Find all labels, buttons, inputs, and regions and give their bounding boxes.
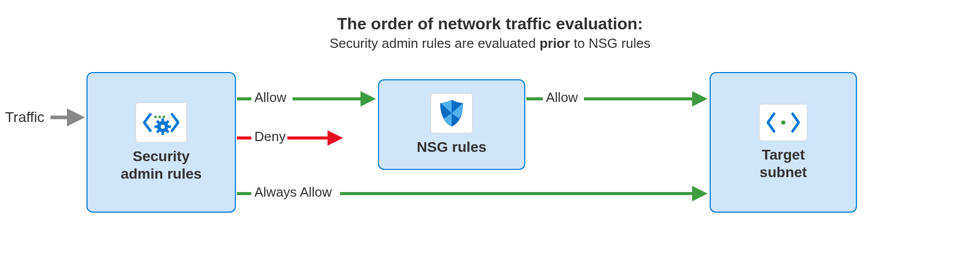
box-target-subnet: Target subnet xyxy=(710,72,857,213)
svg-point-13 xyxy=(781,120,785,125)
security-label-line1: Security xyxy=(133,148,190,164)
arrow-label-always-allow: Always Allow xyxy=(254,184,332,200)
svg-rect-7 xyxy=(154,125,158,128)
svg-rect-5 xyxy=(162,118,164,122)
title-section: The order of network traffic evaluation:… xyxy=(0,0,980,51)
svg-rect-8 xyxy=(168,125,171,128)
traffic-label: Traffic xyxy=(5,109,44,126)
svg-point-0 xyxy=(154,115,157,118)
svg-point-1 xyxy=(159,115,161,118)
arrow-label-deny: Deny xyxy=(254,129,286,145)
box-security-label: Security admin rules xyxy=(121,148,201,182)
subtitle-pre: Security admin rules are evaluated xyxy=(330,36,540,51)
diagram-title: The order of network traffic evaluation: xyxy=(0,14,980,33)
target-label-line2: subnet xyxy=(760,164,807,180)
svg-rect-6 xyxy=(162,132,164,135)
subtitle-bold: prior xyxy=(540,36,570,51)
box-security-admin-rules: Security admin rules xyxy=(87,72,236,213)
diagram-subtitle: Security admin rules are evaluated prior… xyxy=(0,36,980,51)
box-nsg-label: NSG rules xyxy=(417,138,486,156)
svg-point-2 xyxy=(163,115,165,118)
svg-point-4 xyxy=(161,125,165,129)
box-target-label: Target subnet xyxy=(760,146,807,181)
shield-icon xyxy=(431,93,473,133)
subtitle-post: to NSG rules xyxy=(570,36,650,51)
arrow-label-allow2: Allow xyxy=(546,90,578,106)
box-nsg-rules: NSG rules xyxy=(378,79,525,170)
security-label-line2: admin rules xyxy=(121,166,201,182)
arrow-label-allow1: Allow xyxy=(254,90,286,106)
security-admin-icon xyxy=(135,102,187,143)
target-label-line1: Target xyxy=(762,147,805,163)
subnet-icon xyxy=(759,104,807,141)
diagram-canvas: Traffic xyxy=(0,67,980,252)
